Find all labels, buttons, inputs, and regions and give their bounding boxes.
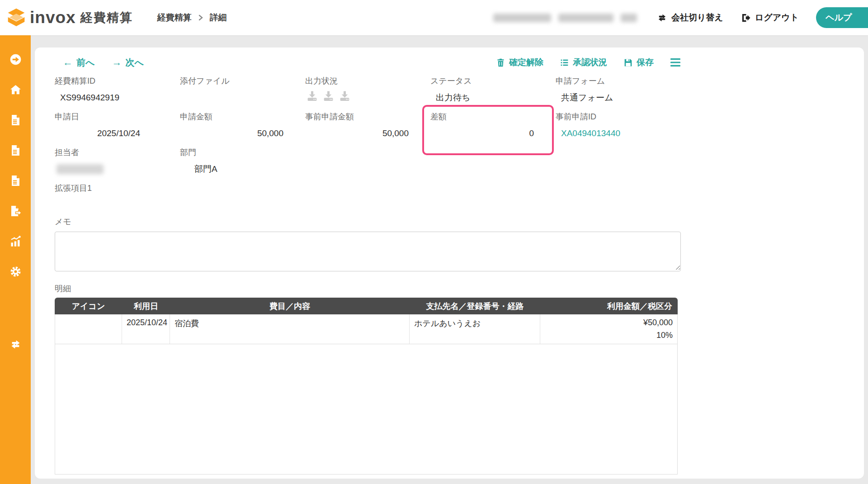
field-label: ステータス	[430, 76, 556, 86]
app-header: invox 経費精算 経費精算 詳細 会社切り替え ログアウト ヘルプ	[0, 0, 868, 35]
document-icon[interactable]	[9, 114, 22, 126]
detail-table: アイコン 利用日 費目／内容 支払先名／登録番号・経路 利用金額／税区分 202…	[55, 298, 678, 475]
field-label: 出力状況	[305, 76, 430, 86]
file-export-icon[interactable]	[9, 205, 22, 217]
logout-icon	[741, 13, 751, 23]
field-label: 事前申請金額	[305, 111, 430, 122]
field-label: 申請金額	[180, 111, 305, 122]
field-value: XS9946942919	[55, 92, 180, 103]
save-button[interactable]: 保存	[623, 57, 654, 68]
field-label: 差額	[430, 111, 556, 122]
field-application-amount: 申請金額 50,000	[180, 111, 305, 139]
table-row[interactable]: 2025/10/24 宿泊費 ホテルあいうえお ¥50,000 10%	[55, 314, 677, 344]
company-user-name-blurred	[493, 14, 637, 22]
next-button[interactable]: → 次へ	[112, 57, 143, 69]
breadcrumb-detail: 詳細	[210, 12, 227, 24]
field-pre-application-amount: 事前申請金額 50,000	[305, 111, 430, 139]
prev-button[interactable]: ← 前へ	[63, 57, 94, 69]
column-header-category: 費目／内容	[170, 301, 410, 312]
field-label: 申請日	[55, 111, 180, 122]
gear-icon[interactable]	[9, 266, 22, 278]
field-label: 添付ファイル	[180, 76, 305, 86]
status-value: 出力待ち	[430, 92, 556, 103]
field-application-date: 申請日 2025/10/24	[55, 111, 180, 139]
memo-textarea[interactable]	[55, 232, 681, 271]
home-icon[interactable]	[9, 84, 22, 96]
logout-button[interactable]: ログアウト	[741, 12, 799, 24]
field-department: 部門 部門A	[180, 147, 305, 175]
breadcrumb-expense[interactable]: 経費精算	[157, 12, 192, 24]
save-icon	[623, 58, 633, 67]
invox-logo-icon	[6, 7, 26, 28]
field-pre-application-id: 事前申請ID XA0494013440	[556, 111, 681, 139]
field-application-form: 申請フォーム 共通フォーム	[556, 76, 681, 103]
unlock-button[interactable]: 確定解除	[496, 57, 543, 68]
detail-table-body: 2025/10/24 宿泊費 ホテルあいうえお ¥50,000 10%	[55, 314, 678, 475]
field-value: 部門A	[180, 164, 305, 175]
cell-icon	[55, 314, 122, 344]
field-value: 50,000	[180, 128, 305, 139]
column-header-icon: アイコン	[55, 301, 122, 312]
company-switch-button[interactable]: 会社切り替え	[657, 12, 723, 24]
blurred-text	[493, 14, 551, 22]
field-value: 2025/10/24	[55, 128, 180, 139]
column-header-date: 利用日	[122, 301, 170, 312]
cell-date: 2025/10/24	[122, 314, 170, 344]
field-value: 50,000	[305, 128, 430, 139]
trash-icon	[496, 58, 505, 67]
field-value	[180, 92, 305, 103]
pre-application-id-link[interactable]: XA0494013440	[556, 128, 681, 139]
person-name-blurred	[57, 164, 104, 174]
help-button[interactable]: ヘルプ	[816, 7, 868, 28]
hamburger-menu-icon	[670, 57, 681, 67]
chart-icon[interactable]	[9, 235, 22, 247]
product-name: 経費精算	[80, 9, 133, 26]
app-logo: invox 経費精算	[6, 7, 133, 28]
detail-section-label: 明細	[55, 283, 681, 294]
blurred-text	[558, 14, 613, 22]
field-label: 担当者	[55, 147, 180, 158]
field-label: 申請フォーム	[556, 76, 681, 86]
field-value: 共通フォーム	[556, 92, 681, 103]
difference-value: 0	[430, 128, 556, 139]
breadcrumb: 経費精算 詳細	[157, 12, 227, 24]
field-extended-item-1: 拡張項目1	[55, 183, 180, 194]
amount-value: ¥50,000	[545, 318, 673, 327]
arrow-left-icon: ←	[63, 57, 73, 68]
field-label: 経費精算ID	[55, 76, 180, 86]
field-difference: 差額 0	[430, 111, 556, 139]
blurred-text	[621, 14, 637, 22]
document-icon[interactable]	[9, 175, 22, 187]
document-icon[interactable]	[9, 144, 22, 157]
download-icon[interactable]	[322, 90, 335, 102]
field-attachment: 添付ファイル	[180, 76, 305, 103]
brand-name: invox	[30, 8, 76, 27]
list-icon	[560, 58, 569, 67]
field-label: 事前申請ID	[556, 111, 681, 122]
arrow-circle-right-icon[interactable]	[9, 53, 22, 66]
column-header-amount: 利用金額／税区分	[540, 301, 678, 312]
chevron-right-icon	[198, 14, 203, 21]
more-menu-button[interactable]	[670, 57, 681, 67]
field-person-in-charge: 担当者	[55, 147, 180, 175]
detail-table-header: アイコン 利用日 費目／内容 支払先名／登録番号・経路 利用金額／税区分	[55, 298, 678, 314]
sidebar-nav	[0, 35, 31, 484]
cell-payee: ホテルあいうえお	[410, 314, 540, 344]
column-header-payee: 支払先名／登録番号・経路	[410, 301, 540, 312]
field-status: ステータス 出力待ち	[430, 76, 556, 103]
arrow-right-icon: →	[112, 57, 122, 68]
cell-amount: ¥50,000 10%	[540, 314, 677, 344]
cell-category: 宿泊費	[170, 314, 410, 344]
approval-status-button[interactable]: 承認状況	[560, 57, 607, 68]
download-icon[interactable]	[306, 90, 318, 102]
memo-label: メモ	[55, 216, 681, 227]
switch-company-icon	[657, 13, 667, 23]
field-label: 部門	[180, 147, 305, 158]
field-label: 拡張項目1	[55, 183, 180, 194]
field-expense-id: 経費精算ID XS9946942919	[55, 76, 180, 103]
detail-card: ← 前へ → 次へ 確定解除	[35, 47, 864, 479]
switch-icon[interactable]	[9, 338, 22, 351]
download-icon[interactable]	[339, 90, 351, 102]
field-output-status: 出力状況	[305, 76, 430, 103]
tax-rate-value: 10%	[545, 331, 673, 340]
